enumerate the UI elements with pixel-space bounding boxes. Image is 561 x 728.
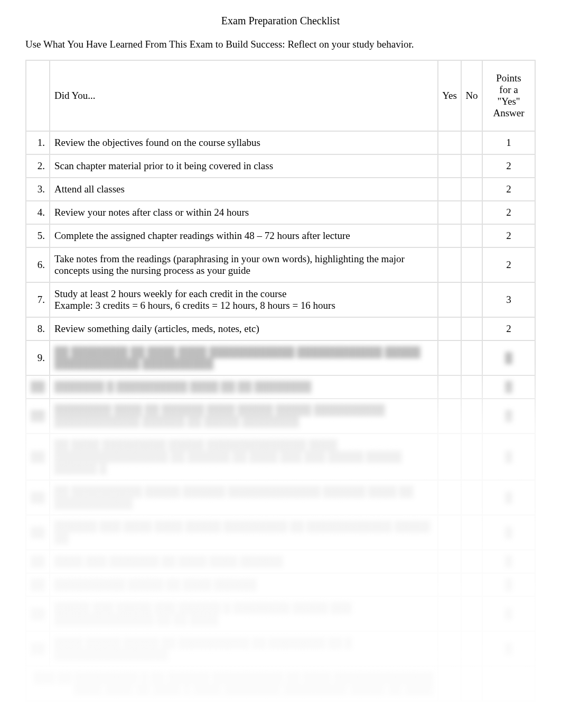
row-num-obscured: ██	[26, 573, 50, 596]
row-yes-cell[interactable]	[438, 131, 461, 154]
row-no-cell[interactable]	[461, 247, 482, 282]
checklist-table: Did You... Yes No Points for a "Yes" Ans…	[25, 60, 536, 702]
header-blank-num	[26, 60, 50, 131]
row-no-cell[interactable]	[461, 131, 482, 154]
row-yes-cell[interactable]	[438, 317, 461, 340]
row-num: 2.	[26, 154, 50, 178]
row-no-cell[interactable]	[461, 317, 482, 340]
row-yes-cell[interactable]	[438, 178, 461, 201]
row-points-obscured: █	[482, 550, 535, 573]
table-row-obscured: ██ ████████ ████ ██ ██████ ████ █████ ██…	[26, 399, 535, 434]
row-points: 2	[482, 178, 535, 201]
row-question: Take notes from the readings (paraphrasi…	[50, 247, 438, 282]
row-points-obscured: █	[482, 480, 535, 515]
page-title: Exam Preparation Checklist	[25, 15, 536, 27]
row-no-cell	[461, 631, 482, 666]
table-row-obscured: ██ ████ █████ █████ ██ ██████████ ██ ███…	[26, 631, 535, 666]
table-row-obscured: ██ ██████ ███ ████ ████ █████ █████████ …	[26, 515, 535, 550]
row-num-obscured: ██	[26, 399, 50, 434]
table-row-obscured: ██ ███████ █ ██████████ ████ ██ ██ █████…	[26, 375, 535, 399]
row-points: 2	[482, 201, 535, 224]
row-no-cell[interactable]	[461, 201, 482, 224]
row-no-cell[interactable]	[461, 282, 482, 317]
row-num-obscured: ██	[26, 631, 50, 666]
row-yes-cell	[438, 399, 461, 434]
row-num-obscured: ██	[26, 596, 50, 631]
row-points-obscured: █	[482, 434, 535, 480]
row-no-cell	[461, 596, 482, 631]
row-question: Attend all classes	[50, 178, 438, 201]
table-row: 8. Review something daily (articles, med…	[26, 317, 535, 340]
row-yes-cell[interactable]	[438, 282, 461, 317]
row-no-cell	[461, 375, 482, 399]
row-question-obscured: ██████████ █████ ██ ████ ██████	[50, 573, 438, 596]
row-yes-cell	[438, 375, 461, 399]
row-num: 4.	[26, 201, 50, 224]
row-points-obscured: █	[482, 596, 535, 631]
header-question: Did You...	[50, 60, 438, 131]
row-yes-cell	[438, 573, 461, 596]
row-no-cell[interactable]	[461, 224, 482, 247]
row-question-text: Study at least 2 hours weekly for each c…	[54, 288, 287, 299]
row-num: 9.	[26, 340, 50, 375]
row-question-example: Example: 3 credits = 6 hours, 6 credits …	[54, 300, 431, 311]
row-question: Review your notes after class or within …	[50, 201, 438, 224]
row-points-obscured: █	[482, 631, 535, 666]
table-row: 7. Study at least 2 hours weekly for eac…	[26, 282, 535, 317]
row-no-cell[interactable]	[461, 154, 482, 178]
table-row-obscured: ██ ████ ███ ███████ ██ ████ ████ ██████ …	[26, 550, 535, 573]
row-points-obscured: █	[482, 573, 535, 596]
row-question-obscured: ██████ ███ ████ ████ █████ █████████ ██ …	[50, 515, 438, 550]
row-no-cell	[461, 399, 482, 434]
table-row-obscured: ██ ██████████ █████ ██ ████ ██████ █	[26, 573, 535, 596]
row-no-cell	[461, 573, 482, 596]
table-row: 5. Complete the assigned chapter reading…	[26, 224, 535, 247]
row-yes-cell[interactable]	[438, 154, 461, 178]
checklist-table-wrap: Did You... Yes No Points for a "Yes" Ans…	[25, 60, 536, 702]
table-row: 2. Scan chapter material prior to it bei…	[26, 154, 535, 178]
row-question: Study at least 2 hours weekly for each c…	[50, 282, 438, 317]
row-question: Review something daily (articles, meds, …	[50, 317, 438, 340]
row-question: Review the objectives found on the cours…	[50, 131, 438, 154]
row-num: 3.	[26, 178, 50, 201]
row-question-obscured: ████ █████ █████ ██ ██████████ ██ ██████…	[50, 631, 438, 666]
row-points: 1	[482, 131, 535, 154]
table-row-obscured: ██ ██ ████ █████████ █████ █████████████…	[26, 434, 535, 480]
row-num: 8.	[26, 317, 50, 340]
row-question-obscured: ██ ████████ ██ ████ ████ ████████████ ██…	[50, 340, 438, 375]
row-footer-obscured: ███ ██ █████████ █ ██ ██████ ██████████ …	[26, 666, 438, 701]
table-row: 6. Take notes from the readings (paraphr…	[26, 247, 535, 282]
row-points-obscured: █	[482, 515, 535, 550]
table-row-obscured: ██ █████ ███ █████ ███ ██████ █ ████████…	[26, 596, 535, 631]
row-points: 2	[482, 317, 535, 340]
row-points-obscured: █	[482, 399, 535, 434]
row-num-obscured: ██	[26, 515, 50, 550]
row-points: 3	[482, 282, 535, 317]
row-yes-cell[interactable]	[438, 201, 461, 224]
row-yes-cell	[438, 480, 461, 515]
row-question-obscured: ███████ █ ██████████ ████ ██ ██ ████████	[50, 375, 438, 399]
row-no-cell[interactable]	[461, 178, 482, 201]
row-question-obscured: █████ ███ █████ ███ ██████ █ ████████ ██…	[50, 596, 438, 631]
header-no: No	[461, 60, 482, 131]
row-num: 7.	[26, 282, 50, 317]
header-yes: Yes	[438, 60, 461, 131]
row-yes-cell	[438, 340, 461, 375]
row-yes-cell	[438, 596, 461, 631]
table-row-obscured: ██ ██ ██████████ █████ ██████ ██████████…	[26, 480, 535, 515]
row-yes-cell[interactable]	[438, 247, 461, 282]
row-num: 6.	[26, 247, 50, 282]
table-row-obscured: ███ ██ █████████ █ ██ ██████ ██████████ …	[26, 666, 535, 701]
row-num-obscured: ██	[26, 480, 50, 515]
row-points-obscured: █	[482, 375, 535, 399]
table-header-row: Did You... Yes No Points for a "Yes" Ans…	[26, 60, 535, 131]
row-no-cell	[461, 480, 482, 515]
row-num-obscured: ██	[26, 375, 50, 399]
header-points: Points for a "Yes" Answer	[482, 60, 535, 131]
row-yes-cell	[438, 666, 461, 701]
row-points: 2	[482, 224, 535, 247]
row-yes-cell	[438, 550, 461, 573]
row-no-cell	[461, 515, 482, 550]
row-question-obscured: ████ ███ ███████ ██ ████ ████ ██████	[50, 550, 438, 573]
row-yes-cell[interactable]	[438, 224, 461, 247]
